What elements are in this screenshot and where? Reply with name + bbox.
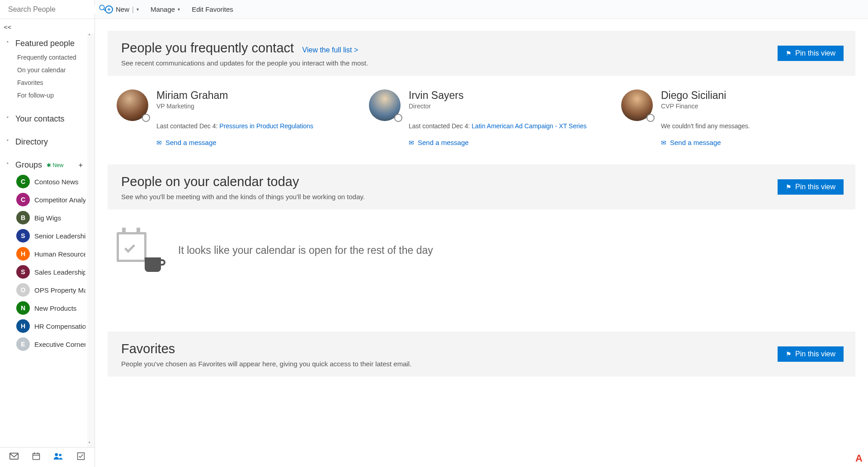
person-card[interactable]: Irvin Sayers Director Last contacted Dec…	[369, 89, 594, 146]
your-contacts-title: Your contacts	[15, 114, 64, 124]
avatar-wrap	[621, 89, 653, 121]
person-name: Diego Siciliani	[661, 89, 750, 102]
avatar-wrap	[369, 89, 401, 121]
group-label: HR Compensation	[34, 322, 85, 330]
last-contacted-link[interactable]: Pressures in Product Regulations	[219, 122, 313, 130]
group-item[interactable]: SSenior Leadership T	[0, 227, 87, 245]
nav-for-follow-up[interactable]: For follow-up	[0, 89, 87, 102]
group-avatar: H	[16, 247, 30, 261]
chevron-down-icon[interactable]: ▾	[137, 7, 139, 12]
mail-icon: ✉	[156, 139, 162, 146]
chevron-down-icon: ▾	[178, 7, 180, 12]
presence-indicator	[646, 114, 655, 122]
featured-people-header[interactable]: ˄ Featured people	[0, 34, 87, 51]
new-label: New	[116, 5, 129, 13]
pin-icon: ⚑	[786, 50, 792, 57]
group-label: Contoso News	[34, 178, 79, 186]
nav-frequently-contacted[interactable]: Frequently contacted	[0, 51, 87, 64]
mail-icon: ✉	[661, 139, 666, 146]
group-avatar: B	[16, 211, 30, 224]
send-message-label: Send a message	[418, 139, 469, 146]
frequent-subtext: See recent communications and updates fo…	[121, 59, 842, 67]
avatar-wrap	[117, 89, 148, 121]
person-name: Miriam Graham	[156, 89, 313, 102]
svg-rect-9	[78, 453, 85, 460]
groups-header[interactable]: ˄ Groups ✱ New +	[0, 156, 87, 173]
group-item[interactable]: HHuman Resources	[0, 245, 87, 263]
groups-title: Groups	[15, 160, 42, 170]
send-message-link[interactable]: ✉ Send a message	[156, 139, 313, 146]
group-item[interactable]: SSales Leadership	[0, 263, 87, 281]
group-avatar: E	[16, 337, 30, 351]
pin-this-view-button[interactable]: ⚑ Pin this view	[778, 346, 844, 362]
featured-people-title: Featured people	[15, 39, 75, 48]
pin-icon: ⚑	[786, 183, 792, 191]
no-messages-text: We couldn't find any messages.	[661, 122, 750, 130]
group-avatar: H	[16, 319, 30, 333]
person-card[interactable]: Diego Siciliani CVP Finance We couldn't …	[621, 89, 846, 146]
pin-this-view-button[interactable]: ⚑ Pin this view	[778, 46, 844, 61]
group-label: Executive Corner	[34, 341, 85, 348]
new-badge: ✱ New	[47, 162, 63, 168]
svg-rect-2	[10, 453, 18, 459]
calendar-empty-state: It looks like your calendar is open for …	[108, 219, 855, 304]
directory-header[interactable]: ˅ Directory	[0, 133, 87, 149]
group-label: Big Wigs	[34, 214, 61, 222]
pin-label: Pin this view	[795, 183, 835, 191]
calendar-panel-header: People on your calendar today See who yo…	[108, 164, 855, 210]
search-icon[interactable]	[99, 4, 107, 14]
last-contacted-link[interactable]: Latin American Ad Campaign - XT Series	[472, 122, 586, 130]
group-item[interactable]: OOPS Property Mana	[0, 281, 87, 299]
people-icon[interactable]	[53, 452, 63, 462]
calendar-heading: People on your calendar today	[121, 174, 299, 189]
group-item[interactable]: BBig Wigs	[0, 209, 87, 227]
svg-rect-3	[33, 453, 39, 460]
nav-on-your-calendar[interactable]: On your calendar	[0, 64, 87, 76]
group-avatar: S	[16, 265, 30, 279]
scroll-up-icon[interactable]: ˄	[88, 33, 91, 39]
view-full-list-link[interactable]: View the full list >	[302, 46, 359, 54]
sidebar-nav: ˄ Featured people Frequently contacted O…	[0, 33, 94, 447]
group-item[interactable]: HHR Compensation	[0, 317, 87, 335]
chevron-down-icon: ˅	[6, 139, 13, 145]
person-title: CVP Finance	[661, 103, 750, 110]
scroll-down-icon[interactable]: ˅	[88, 441, 91, 447]
sidebar-scrollbar[interactable]: ˄ ˅	[87, 33, 94, 447]
person-title: VP Marketing	[156, 103, 313, 110]
calendar-empty-text: It looks like your calendar is open for …	[178, 244, 433, 257]
collapse-sidebar-button[interactable]: <<	[0, 19, 94, 33]
edit-favorites-label: Edit Favorites	[192, 5, 233, 13]
group-avatar: C	[16, 175, 30, 188]
send-message-link[interactable]: ✉ Send a message	[661, 139, 750, 146]
group-avatar: S	[16, 229, 30, 243]
new-button[interactable]: + New | ▾	[105, 5, 139, 14]
group-label: Human Resources	[34, 250, 85, 258]
frequent-people-row: Miriam Graham VP Marketing Last contacte…	[108, 85, 855, 164]
mail-icon[interactable]	[9, 453, 19, 462]
presence-indicator	[142, 114, 150, 122]
toolbar: + New | ▾ Manage ▾ Edit Favorites	[95, 0, 868, 19]
group-item[interactable]: CContoso News	[0, 173, 87, 191]
your-contacts-header[interactable]: ˅ Your contacts	[0, 110, 87, 126]
tasks-icon[interactable]	[77, 452, 85, 462]
calendar-icon[interactable]	[32, 452, 40, 462]
frequent-panel-header: People you frequently contact View the f…	[108, 31, 855, 76]
send-message-link[interactable]: ✉ Send a message	[409, 139, 587, 146]
pin-this-view-button[interactable]: ⚑ Pin this view	[778, 179, 844, 195]
manage-label: Manage	[151, 5, 175, 13]
search-input[interactable]	[8, 5, 99, 14]
svg-point-0	[99, 5, 104, 10]
favorites-panel-header: Favorites People you've chosen as Favori…	[108, 332, 855, 377]
person-card[interactable]: Miriam Graham VP Marketing Last contacte…	[117, 89, 342, 146]
nav-favorites[interactable]: Favorites	[0, 76, 87, 89]
group-item[interactable]: CCompetitor Analysis	[0, 191, 87, 209]
svg-point-8	[59, 454, 61, 456]
manage-button[interactable]: Manage ▾	[151, 5, 180, 13]
add-group-icon[interactable]: +	[79, 161, 83, 169]
group-item[interactable]: EExecutive Corner	[0, 335, 87, 353]
edit-favorites-button[interactable]: Edit Favorites	[192, 5, 233, 13]
mail-icon: ✉	[409, 139, 414, 146]
group-label: OPS Property Mana	[34, 286, 85, 294]
group-item[interactable]: NNew Products	[0, 299, 87, 317]
group-label: New Products	[34, 304, 76, 312]
